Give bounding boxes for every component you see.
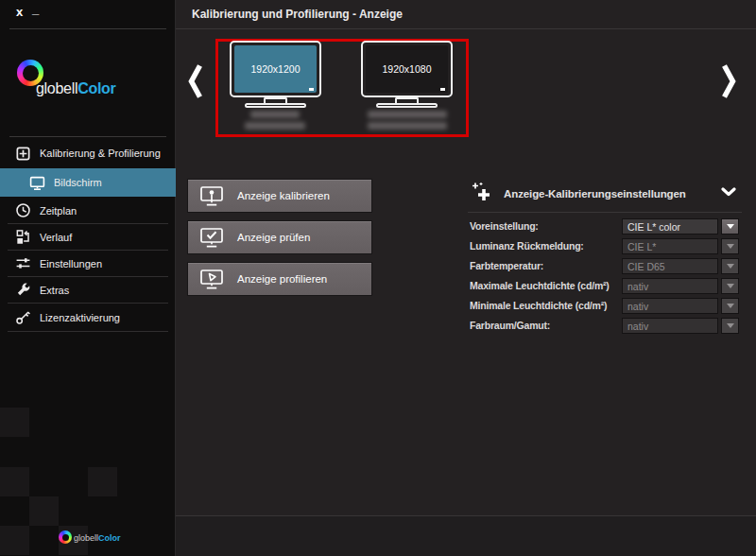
dropdown-arrow-icon[interactable]: [721, 318, 739, 334]
setting-row-voreinstellung: Voreinstellung: CIE L* color: [468, 218, 742, 235]
check-display-button[interactable]: Anzeige prüfen: [187, 220, 372, 254]
divider: [468, 212, 742, 213]
monitor-profile-icon: [200, 269, 225, 289]
monitor-check-icon: [200, 227, 225, 248]
monitor-body: 1920x1080: [361, 41, 453, 97]
brand-footer-logo: globellColor: [74, 533, 121, 543]
dropdown-arrow-icon[interactable]: [721, 238, 739, 254]
power-led: [440, 88, 445, 91]
button-label: Anzeige profilieren: [237, 273, 327, 285]
setting-row-minimale-leuchtdichte: Minimale Leuchtdichte (cd/m²) nativ: [468, 298, 742, 314]
monitor-base: [376, 103, 438, 108]
monitor-name-redacted: [368, 122, 447, 130]
max-luminance-dropdown[interactable]: nativ: [622, 278, 718, 294]
sidebar-item-label: Verlauf: [40, 232, 72, 243]
calibration-settings-panel: Anzeige-Kalibrierungseinstellungen Vorei…: [468, 180, 742, 369]
sliders-icon: [15, 255, 31, 271]
monitor-resolution: 1920x1200: [251, 63, 301, 75]
sidebar-item-einstellungen[interactable]: Einstellungen: [0, 251, 176, 276]
divider: [176, 28, 756, 29]
brand-name-left: globell: [74, 533, 98, 543]
sidebar-item-lizenzaktivierung[interactable]: Lizenzaktivierung: [0, 304, 176, 331]
setting-row-maximale-leuchtdichte: Maximale Leuchtdichte (cd/m²) nativ: [468, 278, 742, 294]
sidebar-item-label: Bildschirm: [54, 177, 102, 188]
dropdown-arrow-icon[interactable]: [721, 218, 739, 235]
chevron-right-icon[interactable]: [719, 60, 740, 103]
button-label: Anzeige prüfen: [237, 232, 310, 243]
setting-label: Maximale Leuchtdichte (cd/m²): [470, 278, 610, 294]
checker-square: [29, 496, 59, 526]
checker-square: [0, 408, 29, 437]
setting-row-luminanz-rueckmeldung: Luminanz Rückmeldung: CIE L*: [468, 238, 742, 254]
clock-icon: [15, 202, 31, 218]
monitor-card-primary[interactable]: 1920x1200: [230, 41, 321, 135]
checker-square: [88, 467, 117, 496]
monitor-body: 1920x1200: [230, 41, 321, 97]
minimize-button[interactable]: _: [32, 3, 39, 16]
setting-row-farbraum-gamut: Farbraum/Gamut: nativ: [468, 318, 742, 334]
main-area: Kalibrierung und Profilierung - Anzeige …: [176, 0, 756, 556]
app-window: x _ globellColor Kalibrierung & Profilie…: [0, 0, 756, 556]
sidebar-item-label: Lizenzaktivierung: [40, 312, 120, 323]
checker-square: [0, 526, 29, 555]
wrench-icon: [15, 282, 31, 298]
button-label: Anzeige kalibrieren: [237, 190, 330, 201]
calibrate-display-button[interactable]: Anzeige kalibrieren: [187, 179, 372, 213]
sidebar-item-label: Kalibrierung & Profilierung: [40, 148, 161, 159]
chevron-left-icon[interactable]: [184, 60, 205, 103]
preset-dropdown[interactable]: CIE L* color: [622, 218, 718, 235]
key-icon: [15, 309, 31, 325]
setting-label: Farbraum/Gamut:: [470, 318, 550, 334]
setting-label: Luminanz Rückmeldung:: [470, 238, 584, 254]
sidebar-item-label: Einstellungen: [40, 258, 102, 269]
monitor-name-redacted: [368, 111, 447, 118]
divider: [9, 136, 166, 137]
divider: [8, 331, 168, 332]
sidebar-item-extras[interactable]: Extras: [0, 277, 176, 303]
checker-square: [0, 467, 29, 496]
sidebar-item-label: Zeitplan: [40, 205, 77, 217]
history-icon: [15, 229, 31, 245]
monitor-calibrate-icon: [200, 185, 225, 206]
sidebar-item-verlauf[interactable]: Verlauf: [0, 224, 176, 250]
sidebar-item-label: Extras: [40, 285, 69, 296]
brand-logo: globellColor: [36, 80, 115, 97]
monitor-card-secondary[interactable]: 1920x1080: [361, 41, 453, 135]
monitor-screen: 1920x1200: [234, 45, 317, 93]
sidebar-item-zeitplan[interactable]: Zeitplan: [0, 198, 176, 223]
sidebar-item-kalibrierung-profilierung[interactable]: Kalibrierung & Profilierung: [0, 139, 176, 167]
monitor-icon: [29, 175, 45, 191]
brand-name-right: Color: [98, 533, 121, 543]
monitor-name-redacted: [245, 122, 305, 130]
monitor-screen: 1920x1080: [366, 45, 448, 93]
footer-bar: [176, 516, 756, 556]
setting-label: Voreinstellung:: [470, 218, 539, 235]
dropdown-arrow-icon[interactable]: [721, 278, 739, 294]
panel-header[interactable]: Anzeige-Kalibrierungseinstellungen: [468, 180, 742, 208]
brand-name-left: globell: [36, 80, 77, 96]
setting-label: Farbtemperatur:: [470, 258, 543, 274]
gamut-dropdown[interactable]: nativ: [622, 318, 718, 334]
monitor-name-redacted: [250, 111, 300, 118]
min-luminance-dropdown[interactable]: nativ: [622, 298, 718, 314]
setting-label: Minimale Leuchtdichte (cd/m²): [470, 298, 607, 314]
sidebar: x _ globellColor Kalibrierung & Profilie…: [0, 0, 176, 556]
sidebar-item-bildschirm[interactable]: Bildschirm: [0, 168, 176, 197]
panel-title: Anzeige-Kalibrierungseinstellungen: [504, 188, 686, 200]
monitor-base: [245, 103, 306, 108]
brand-name-right: Color: [77, 80, 115, 96]
power-led: [309, 88, 314, 91]
monitor-resolution: 1920x1080: [383, 63, 432, 75]
divider: [9, 28, 166, 29]
close-button[interactable]: x: [16, 6, 23, 19]
brand-footer-logo-icon: [59, 530, 72, 544]
chevron-down-icon[interactable]: [721, 187, 736, 199]
dropdown-arrow-icon[interactable]: [721, 258, 739, 274]
luminance-feedback-dropdown[interactable]: CIE L*: [622, 238, 718, 254]
target-icon: [15, 146, 31, 162]
setting-row-farbtemperatur: Farbtemperatur: CIE D65: [468, 258, 742, 274]
dropdown-arrow-icon[interactable]: [721, 298, 739, 314]
profile-display-button[interactable]: Anzeige profilieren: [187, 262, 372, 296]
color-temperature-dropdown[interactable]: CIE D65: [622, 258, 718, 274]
page-title: Kalibrierung und Profilierung - Anzeige: [192, 8, 403, 21]
